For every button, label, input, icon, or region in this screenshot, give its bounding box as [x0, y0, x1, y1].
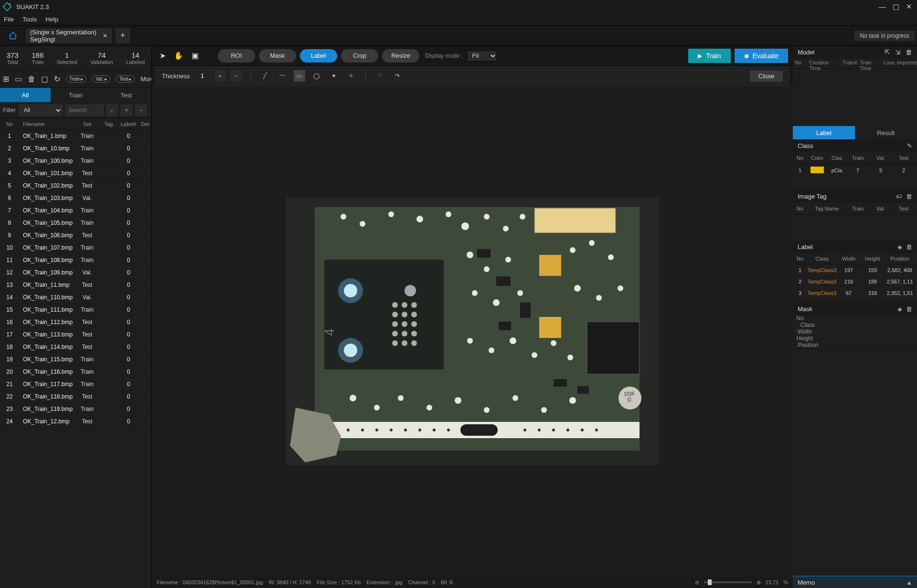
file-row[interactable]: 5OK_Train_102.bmpTest0	[0, 179, 151, 192]
mode-crop[interactable]: Crop	[341, 49, 378, 63]
class-edit-icon[interactable]: ✎	[907, 142, 912, 149]
file-row[interactable]: 2OK_Train_10.bmpTrain0	[0, 142, 151, 155]
file-row[interactable]: 10OK_Train_107.bmpTrain0	[0, 242, 151, 254]
label-row[interactable]: 3TempClass3673182,352, 1,51	[793, 287, 917, 299]
file-row[interactable]: 18OK_Train_114.bmpTest0	[0, 341, 151, 353]
tag-icon[interactable]: 🏷	[896, 193, 902, 200]
menu-file[interactable]: File	[4, 16, 14, 23]
filter-add-icon[interactable]: +	[121, 105, 132, 116]
svg-point-81	[523, 429, 526, 431]
file-row[interactable]: 23OK_Train_119.bmpTrain0	[0, 403, 151, 415]
home-button[interactable]	[0, 26, 26, 45]
svg-point-86	[595, 429, 598, 431]
mode-mask[interactable]: Mask	[259, 49, 296, 63]
menu-tools[interactable]: Tools	[22, 16, 37, 23]
svg-point-51	[489, 347, 494, 353]
curve-tool-icon[interactable]: 〰	[277, 70, 288, 82]
memo-panel-header[interactable]: Memo ▲	[793, 576, 917, 588]
mask-icon[interactable]: ◈	[897, 305, 902, 313]
memo-collapse-icon[interactable]: ▲	[906, 579, 912, 586]
magic-tool-icon[interactable]: ✧	[345, 70, 357, 82]
file-row[interactable]: 9OK_Train_106.bmpTest0	[0, 229, 151, 242]
close-subtool-button[interactable]: Close	[750, 71, 783, 82]
preview-icon[interactable]: ▢	[41, 74, 48, 84]
file-row[interactable]: 24OK_Train_12.bmpTest0	[0, 415, 151, 428]
file-row[interactable]: 14OK_Train_110.bmpVal.0	[0, 291, 151, 304]
rectangle-tool-icon[interactable]: ▭	[294, 70, 305, 82]
undo-icon[interactable]: ↶	[374, 70, 386, 82]
redo-icon[interactable]: ↷	[392, 70, 403, 82]
file-row[interactable]: 21OK_Train_117.bmpTrain0	[0, 378, 151, 390]
file-row[interactable]: 16OK_Train_112.bmpTest0	[0, 316, 151, 328]
line-tool-icon[interactable]: ╱	[259, 70, 271, 82]
file-row[interactable]: 15OK_Train_111.bmpTrain0	[0, 304, 151, 316]
mode-label[interactable]: Label	[300, 49, 337, 63]
file-row[interactable]: 8OK_Train_105.bmpTrain0	[0, 217, 151, 229]
tab-label[interactable]: Label	[793, 126, 855, 139]
class-row[interactable]: 1pCla752	[793, 164, 917, 177]
minimize-icon[interactable]: —	[879, 2, 886, 11]
file-row[interactable]: 12OK_Train_109.bmpVal.0	[0, 266, 151, 279]
tab-result[interactable]: Result	[855, 126, 917, 139]
file-row[interactable]: 7OK_Train_104.bmpTrain0	[0, 204, 151, 217]
display-mode-select[interactable]: Fit	[467, 50, 497, 62]
mask-delete-icon[interactable]: 🗑	[906, 305, 912, 313]
label-row[interactable]: 1TempClass31971592,582, 408	[793, 264, 917, 276]
file-row[interactable]: 4OK_Train_101.bmpTest0	[0, 167, 151, 179]
label-icon[interactable]: ◈	[897, 243, 902, 251]
file-row[interactable]: 17OK_Train_113.bmpTest0	[0, 328, 151, 341]
label-row[interactable]: 2TempClass32161882,567, 1,11	[793, 276, 917, 287]
maximize-icon[interactable]: ▢	[893, 2, 899, 11]
thickness-plus-icon[interactable]: +	[215, 71, 225, 81]
delete-icon[interactable]: 🗑	[28, 75, 35, 84]
add-tab-button[interactable]: +	[116, 29, 130, 43]
file-row[interactable]: 6OK_Train_103.bmpVal.0	[0, 192, 151, 204]
model-export-icon[interactable]: ⇲	[895, 48, 901, 56]
file-tab-test[interactable]: Test	[101, 88, 151, 102]
image-canvas[interactable]: 103F © 4	[152, 86, 793, 577]
svg-point-45	[589, 240, 595, 246]
file-row[interactable]: 20OK_Train_116.bmpTrain0	[0, 366, 151, 378]
file-row[interactable]: 13OK_Train_11.bmpTest0	[0, 279, 151, 291]
pill-test[interactable]: Test ▸	[116, 75, 135, 83]
zoom-slider[interactable]	[704, 581, 752, 583]
file-tab-all[interactable]: All	[0, 88, 51, 102]
search-input[interactable]	[65, 105, 104, 116]
filter-remove-icon[interactable]: −	[135, 105, 147, 116]
model-import-icon[interactable]: ⇱	[885, 48, 890, 56]
model-delete-icon[interactable]: 🗑	[906, 48, 912, 56]
tag-delete-icon[interactable]: 🗑	[906, 193, 912, 200]
filter-select[interactable]: All	[19, 105, 63, 116]
refresh-icon[interactable]: ↻	[54, 74, 60, 84]
add-image-icon[interactable]: ⊞	[3, 74, 9, 84]
svg-point-82	[538, 429, 541, 431]
file-list[interactable]: 1OK_Train_1.bmpTrain02OK_Train_10.bmpTra…	[0, 130, 151, 588]
zoom-out-icon[interactable]: ⊖	[695, 579, 699, 586]
file-row[interactable]: 11OK_Train_108.bmpTrain0	[0, 254, 151, 266]
pan-tool-icon[interactable]: ✋	[173, 50, 184, 62]
mode-resize[interactable]: Resize	[382, 49, 419, 63]
file-row[interactable]: 3OK_Train_100.bmpTrain0	[0, 155, 151, 167]
add-folder-icon[interactable]: ▭	[15, 74, 22, 84]
file-row[interactable]: 22OK_Train_118.bmpTest0	[0, 390, 151, 403]
close-icon[interactable]: ✕	[906, 2, 912, 11]
pill-train[interactable]: Train ▸	[66, 75, 86, 83]
file-row[interactable]: 1OK_Train_1.bmpTrain0	[0, 130, 151, 142]
mode-roi[interactable]: ROI	[218, 49, 255, 63]
zoom-in-icon[interactable]: ⊕	[757, 579, 761, 586]
label-delete-icon[interactable]: 🗑	[906, 243, 912, 251]
project-tab-close-icon[interactable]: ✕	[103, 32, 107, 39]
info-tool-icon[interactable]: ▣	[189, 50, 201, 62]
ellipse-tool-icon[interactable]: ◯	[311, 70, 322, 82]
evaluate-button[interactable]: ◉Evaluate	[735, 49, 788, 63]
file-tab-train[interactable]: Train	[51, 88, 101, 102]
menu-help[interactable]: Help	[45, 16, 58, 23]
file-row[interactable]: 19OK_Train_115.bmpTrain0	[0, 353, 151, 366]
project-tab[interactable]: (Single x Segmentation) SegSingl ✕	[26, 29, 112, 43]
train-button[interactable]: ▶Train	[688, 49, 730, 63]
cursor-tool-icon[interactable]: ➤	[157, 50, 168, 62]
thickness-minus-icon[interactable]: −	[231, 71, 242, 81]
pill-val[interactable]: Val. ▸	[92, 75, 110, 83]
star-tool-icon[interactable]: ✦	[328, 70, 340, 82]
search-icon[interactable]: ⌕	[107, 105, 118, 116]
